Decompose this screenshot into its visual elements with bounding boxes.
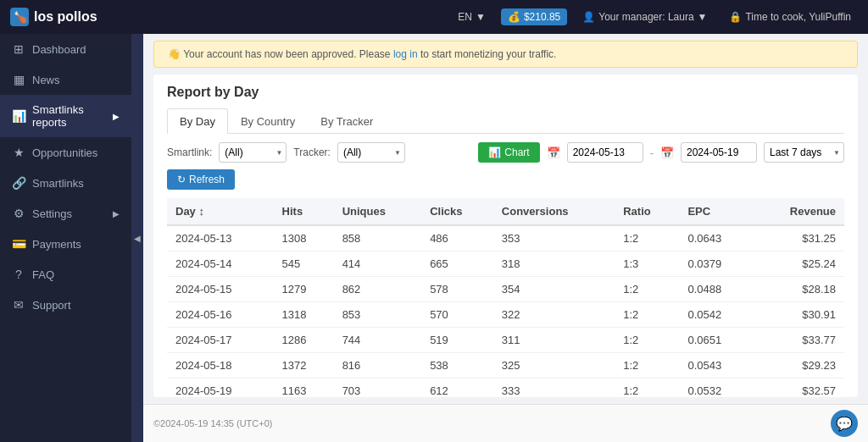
tab-bar: By Day By Country By Tracker — [167, 108, 844, 134]
sidebar-item-faq[interactable]: ? FAQ — [0, 259, 131, 290]
page-footer: © 2024-05-19 14:35 (UTC+0) 💬 — [143, 404, 868, 442]
date-to-input[interactable] — [681, 142, 757, 163]
cell-hits: 1163 — [274, 378, 334, 398]
sidebar-item-dashboard[interactable]: ⊞ Dashboard — [0, 34, 131, 64]
refresh-icon: ↻ — [177, 174, 186, 185]
calendar-to-icon[interactable]: 📅 — [660, 146, 674, 159]
chevron-right-icon: ▶ — [113, 209, 120, 218]
sidebar-item-smartlinks-reports[interactable]: 📊 Smartlinks reports ▶ — [0, 95, 131, 137]
chart-icon: 📊 — [12, 109, 25, 123]
cell-conversions: 311 — [493, 328, 615, 353]
col-header-hits: Hits — [274, 198, 334, 225]
cell-conversions: 325 — [493, 353, 615, 378]
cell-hits: 1372 — [274, 353, 334, 378]
cell-clicks: 612 — [421, 378, 493, 398]
date-range-select[interactable]: Last 7 days — [764, 142, 844, 163]
copyright-icon: © — [153, 418, 160, 428]
notification-text: Your account has now been approved. Plea… — [183, 48, 390, 60]
manager-info[interactable]: 👤 Your manager: Laura ▼ — [576, 11, 714, 23]
balance-display: 💰 $210.85 — [501, 8, 567, 25]
sidebar-item-support[interactable]: ✉ Support — [0, 290, 131, 320]
sidebar-item-settings[interactable]: ⚙ Settings ▶ — [0, 198, 131, 229]
tracker-select-wrapper: (All) — [337, 142, 405, 163]
sidebar-collapse-button[interactable]: ◀ — [131, 34, 143, 442]
cell-revenue: $28.18 — [753, 277, 844, 302]
time-label: Time to cook, YuliPuffin — [745, 11, 851, 23]
tab-by-day[interactable]: By Day — [167, 108, 228, 134]
cell-epc: 0.0543 — [679, 353, 753, 378]
col-header-clicks: Clicks — [421, 198, 493, 225]
chat-icon: 💬 — [836, 416, 853, 432]
table-row: 2024-05-14 545 414 665 318 1:3 0.0379 $2… — [167, 251, 844, 277]
tracker-select[interactable]: (All) — [337, 142, 405, 163]
cell-uniques: 414 — [334, 251, 422, 277]
logo-text: los pollos — [34, 9, 97, 25]
cell-epc: 0.0651 — [679, 328, 753, 353]
sidebar-item-payments[interactable]: 💳 Payments — [0, 229, 131, 259]
table-row: 2024-05-19 1163 703 612 333 1:2 0.0532 $… — [167, 378, 844, 398]
report-card: Report by Day By Day By Country By Track… — [153, 75, 858, 397]
cell-conversions: 333 — [493, 378, 615, 398]
sidebar: ⊞ Dashboard ▦ News 📊 Smartlinks reports … — [0, 34, 131, 442]
cell-ratio: 1:2 — [615, 225, 679, 251]
smartlink-select-wrapper: (All) — [219, 142, 287, 163]
tab-by-tracker[interactable]: By Tracker — [308, 108, 386, 134]
link-icon: 🔗 — [12, 176, 25, 190]
cell-day: 2024-05-16 — [167, 302, 274, 328]
chevron-right-icon: ▶ — [113, 112, 120, 121]
manager-label: Your manager: Laura — [598, 11, 693, 23]
cell-clicks: 665 — [421, 251, 493, 277]
sidebar-item-label: Smartlinks — [32, 177, 84, 190]
dashboard-icon: ⊞ — [12, 42, 25, 56]
chat-button[interactable]: 💬 — [831, 410, 858, 437]
col-header-uniques: Uniques — [334, 198, 422, 225]
main-content: 👋 Your account has now been approved. Pl… — [143, 34, 868, 442]
person-icon: 👤 — [582, 11, 595, 23]
smartlink-select[interactable]: (All) — [219, 142, 287, 163]
report-table-wrapper: Day ↕ Hits Uniques Clicks Conversions Ra… — [153, 198, 858, 397]
gear-icon: ⚙ — [12, 207, 25, 220]
logo-icon: 🍗 — [10, 8, 29, 26]
refresh-button[interactable]: ↻ Refresh — [167, 169, 235, 190]
cell-ratio: 1:2 — [615, 353, 679, 378]
report-table: Day ↕ Hits Uniques Clicks Conversions Ra… — [167, 198, 844, 397]
cell-conversions: 354 — [493, 277, 615, 302]
cell-ratio: 1:3 — [615, 251, 679, 277]
sidebar-item-label: Support — [32, 299, 71, 312]
wallet-icon: 💰 — [508, 11, 520, 23]
cell-day: 2024-05-18 — [167, 353, 274, 378]
sidebar-item-label: News — [32, 74, 60, 86]
page-title: Report by Day — [167, 85, 844, 100]
col-header-ratio: Ratio — [615, 198, 679, 225]
calendar-from-icon[interactable]: 📅 — [547, 146, 560, 159]
sidebar-item-smartlinks[interactable]: 🔗 Smartlinks — [0, 168, 131, 198]
tab-by-country[interactable]: By Country — [228, 108, 308, 134]
chart-button[interactable]: 📊 Chart — [478, 142, 539, 163]
cell-uniques: 816 — [334, 353, 422, 378]
col-header-revenue: Revenue — [753, 198, 844, 225]
envelope-icon: ✉ — [12, 298, 25, 312]
cell-conversions: 318 — [493, 251, 615, 277]
cell-revenue: $29.23 — [753, 353, 844, 378]
cell-uniques: 858 — [334, 225, 422, 251]
login-link[interactable]: log in — [393, 48, 418, 60]
col-header-epc: EPC — [679, 198, 753, 225]
cell-clicks: 578 — [421, 277, 493, 302]
logo: 🍗 los pollos — [10, 8, 97, 26]
cell-epc: 0.0532 — [679, 378, 753, 398]
cell-day: 2024-05-13 — [167, 225, 274, 251]
language-selector[interactable]: EN ▼ — [451, 11, 492, 23]
cell-revenue: $31.25 — [753, 225, 844, 251]
sidebar-item-label: Smartlinks reports — [32, 103, 106, 129]
date-from-input[interactable] — [567, 142, 643, 163]
sidebar-item-opportunities[interactable]: ★ Opportunities — [0, 137, 131, 168]
sidebar-item-news[interactable]: ▦ News — [0, 64, 131, 95]
table-row: 2024-05-17 1286 744 519 311 1:2 0.0651 $… — [167, 328, 844, 353]
cell-ratio: 1:2 — [615, 328, 679, 353]
col-header-conversions: Conversions — [493, 198, 615, 225]
cell-epc: 0.0542 — [679, 302, 753, 328]
cell-hits: 1308 — [274, 225, 334, 251]
chevron-left-icon: ◀ — [134, 234, 141, 243]
table-header-row: Day ↕ Hits Uniques Clicks Conversions Ra… — [167, 198, 844, 225]
cell-clicks: 570 — [421, 302, 493, 328]
